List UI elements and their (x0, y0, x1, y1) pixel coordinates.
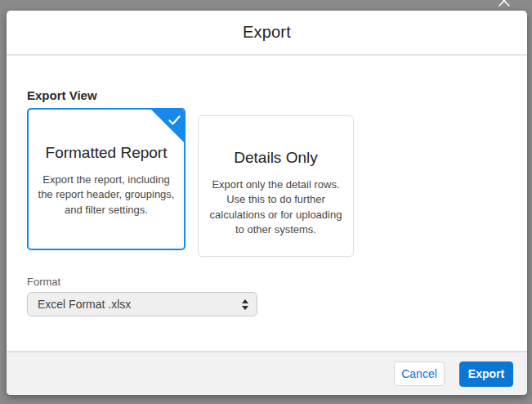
cancel-button[interactable]: Cancel (394, 361, 445, 386)
format-select-value: Excel Format .xlsx (38, 298, 242, 311)
up-down-arrows-icon (242, 299, 248, 310)
option-title: Formatted Report (29, 144, 184, 162)
export-view-heading: Export View (27, 88, 507, 102)
dialog-body: Export View Formatted Report Export the … (7, 88, 527, 316)
check-icon (168, 114, 181, 128)
modal-overlay: Export Export View Formatted Report Expo… (0, 0, 532, 404)
dialog-footer: Cancel Export (7, 351, 527, 395)
format-label: Format (27, 276, 507, 288)
close-icon[interactable] (498, 0, 511, 7)
option-title: Details Only (199, 149, 353, 167)
dialog-header: Export (7, 11, 527, 56)
option-details-only[interactable]: Details Only Export only the detail rows… (198, 115, 354, 257)
option-description: Export the report, including the report … (32, 173, 181, 218)
export-button[interactable]: Export (459, 361, 513, 387)
export-dialog: Export Export View Formatted Report Expo… (7, 11, 527, 395)
format-select[interactable]: Excel Format .xlsx (27, 292, 257, 316)
option-formatted-report[interactable]: Formatted Report Export the report, incl… (27, 108, 186, 250)
dialog-title: Export (243, 23, 291, 42)
option-description: Export only the detail rows. Use this to… (202, 177, 351, 238)
export-view-options: Formatted Report Export the report, incl… (27, 108, 507, 257)
